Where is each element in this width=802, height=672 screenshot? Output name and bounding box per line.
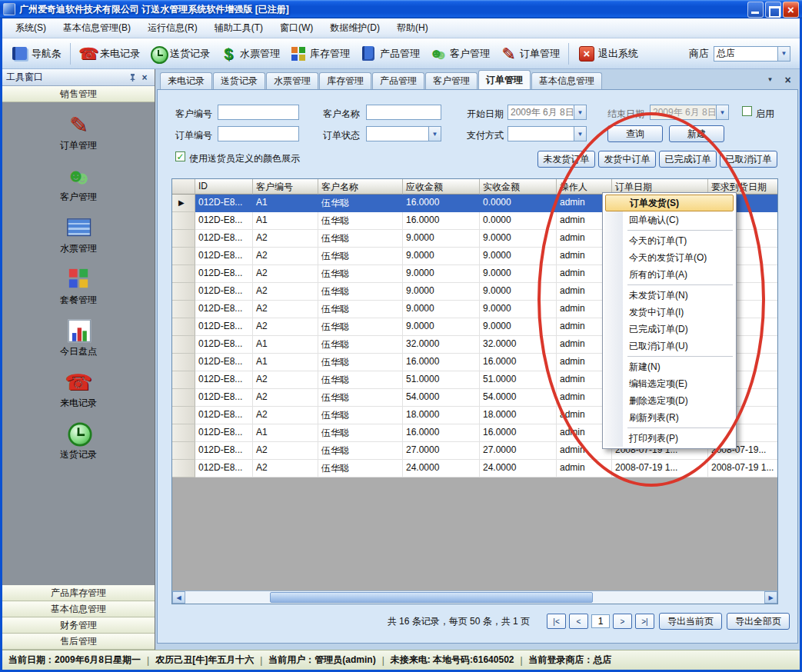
row-selector[interactable]: [172, 265, 195, 283]
scrollbar-track[interactable]: [185, 591, 764, 604]
export-current-page-button[interactable]: 导出当前页: [659, 613, 722, 630]
row-selector[interactable]: [172, 442, 195, 460]
page-nav-button[interactable]: <: [569, 614, 588, 629]
context-menu-item[interactable]: 新建(N): [604, 358, 734, 375]
menu-item[interactable]: 基本信息管理(B): [56, 19, 138, 37]
page-nav-button[interactable]: >: [613, 614, 632, 629]
store-select[interactable]: 总店: [714, 46, 790, 62]
context-menu-item[interactable]: 已取消订单(U): [604, 338, 734, 354]
status-filter-button[interactable]: 已取消订单: [720, 151, 777, 168]
chevron-down-icon[interactable]: [777, 47, 790, 61]
context-menu-item[interactable]: 订单发货(S): [605, 195, 734, 211]
menu-item[interactable]: 数据维护(D): [323, 19, 387, 37]
context-menu-item[interactable]: 回单确认(C): [604, 211, 734, 228]
query-button[interactable]: 查询: [607, 125, 663, 142]
customer-name-input[interactable]: [366, 105, 441, 120]
context-menu-item[interactable]: 刷新列表(R): [604, 409, 734, 426]
row-selector[interactable]: [172, 248, 195, 265]
menu-item[interactable]: 运行信息(R): [141, 19, 205, 37]
sidebar-group[interactable]: 基本信息管理: [2, 601, 155, 617]
context-menu-item[interactable]: 今天的发货订单(O): [604, 249, 734, 266]
menu-item[interactable]: 系统(S): [8, 19, 53, 37]
sidebar-item-order[interactable]: 订单管理: [60, 115, 97, 152]
column-header[interactable]: 实收金额: [480, 179, 557, 195]
row-selector[interactable]: [172, 354, 195, 371]
tab[interactable]: 来电记录: [160, 72, 212, 89]
context-menu-item[interactable]: 发货中订单(I): [604, 304, 734, 321]
column-header[interactable]: 应收金额: [403, 179, 480, 195]
tab[interactable]: 基本信息管理: [531, 72, 602, 89]
export-all-pages-button[interactable]: 导出全部页: [727, 613, 790, 630]
context-menu-item[interactable]: 今天的订单(T): [604, 232, 734, 249]
chevron-down-icon[interactable]: [428, 127, 441, 141]
context-menu-item[interactable]: 未发货订单(N): [604, 287, 734, 304]
row-selector[interactable]: [172, 336, 195, 354]
status-filter-button[interactable]: 未发货订单: [537, 151, 595, 168]
page-nav-button[interactable]: |<: [547, 614, 566, 629]
toolbar-inventory-button[interactable]: 库存管理: [285, 42, 354, 65]
row-selector[interactable]: [172, 371, 195, 389]
row-selector[interactable]: [172, 230, 195, 248]
context-menu-item[interactable]: 打印列表(P): [604, 430, 734, 447]
new-button[interactable]: 新建: [669, 125, 724, 142]
end-date-select[interactable]: 2009年 6月 8日: [650, 105, 729, 120]
close-button[interactable]: [783, 2, 799, 18]
tab[interactable]: 产品管理: [372, 72, 424, 89]
minimize-button[interactable]: [747, 2, 764, 18]
row-selector[interactable]: [172, 460, 195, 477]
context-menu-item[interactable]: 已完成订单(D): [604, 321, 734, 338]
scroll-right-button[interactable]: ▶: [764, 591, 777, 604]
row-selector[interactable]: [172, 424, 195, 442]
sidebar-item-incoming-call[interactable]: 来电记录: [60, 372, 97, 410]
sidebar-item-delivery-record[interactable]: 送货记录: [60, 424, 97, 461]
row-selector[interactable]: [172, 301, 195, 318]
scroll-left-button[interactable]: ◀: [172, 591, 185, 604]
tab[interactable]: 客户管理: [425, 72, 478, 89]
page-number-input[interactable]: [591, 614, 610, 628]
customer-no-input[interactable]: [218, 105, 299, 120]
close-icon[interactable]: [782, 74, 794, 85]
delivery-color-checkbox[interactable]: [175, 151, 185, 161]
tab[interactable]: 订单管理: [478, 70, 531, 89]
row-selector[interactable]: [172, 195, 195, 212]
toolbar-order-button[interactable]: 订单管理: [495, 42, 564, 65]
sidebar-item-package[interactable]: 套餐管理: [60, 269, 97, 307]
toolbar-product-button[interactable]: 产品管理: [355, 42, 424, 65]
table-row[interactable]: 012D-E8...A2伍华聪24.000024.0000admin2008-0…: [172, 460, 777, 477]
sidebar-item-daily-check[interactable]: 今日盘点: [60, 321, 97, 358]
row-selector[interactable]: [172, 283, 195, 301]
order-no-input[interactable]: [218, 126, 299, 141]
row-selector[interactable]: [172, 318, 195, 336]
chevron-down-icon[interactable]: [716, 105, 728, 119]
context-menu-item[interactable]: 所有的订单(A): [604, 266, 734, 283]
chevron-down-icon[interactable]: [574, 105, 586, 119]
scrollbar-thumb[interactable]: [270, 592, 593, 603]
restore-button[interactable]: [765, 2, 781, 18]
order-status-select[interactable]: [366, 126, 441, 141]
sidebar-group-sales[interactable]: 销售管理: [2, 86, 155, 102]
tab[interactable]: 送货记录: [213, 72, 265, 89]
sidebar-group[interactable]: 售后管理: [2, 634, 155, 650]
start-date-select[interactable]: 2009年 6月 8日: [507, 105, 587, 120]
pin-icon[interactable]: [126, 72, 138, 84]
column-header[interactable]: 客户名称: [318, 179, 403, 195]
menu-item[interactable]: 帮助(H): [390, 19, 435, 37]
horizontal-scrollbar[interactable]: ◀ ▶: [172, 590, 777, 604]
sidebar-group[interactable]: 财务管理: [2, 617, 155, 634]
pay-method-select[interactable]: [507, 126, 587, 141]
tab[interactable]: 库存管理: [319, 72, 371, 89]
column-header[interactable]: 客户编号: [253, 179, 318, 195]
row-selector[interactable]: [172, 407, 195, 424]
close-icon[interactable]: ×: [138, 72, 151, 84]
toolbar-water-ticket-button[interactable]: 水票管理: [215, 42, 284, 65]
row-selector[interactable]: [172, 212, 195, 230]
page-nav-button[interactable]: >|: [635, 614, 654, 629]
enable-checkbox[interactable]: [742, 106, 752, 116]
toolbar-navigator-button[interactable]: 导航条: [7, 42, 65, 65]
row-selector[interactable]: [172, 389, 195, 407]
sidebar-group[interactable]: 产品库存管理: [2, 585, 155, 601]
tab[interactable]: 水票管理: [266, 72, 318, 89]
status-filter-button[interactable]: 发货中订单: [598, 151, 656, 168]
chevron-down-icon[interactable]: [764, 74, 776, 85]
chevron-down-icon[interactable]: [574, 127, 586, 141]
